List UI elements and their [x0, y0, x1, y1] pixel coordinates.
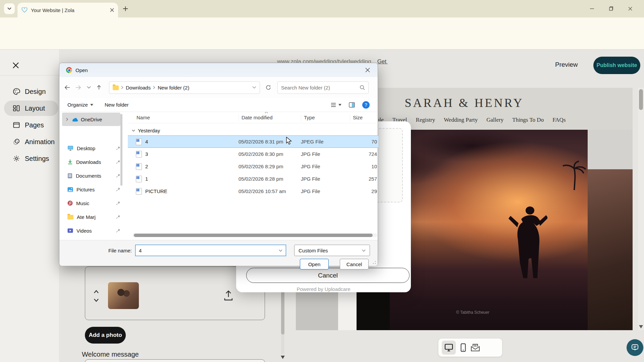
expand-chevron-icon[interactable]	[65, 118, 69, 121]
place-ate-marj[interactable]: Ate Marj	[67, 210, 120, 224]
place-desktop[interactable]: Desktop	[67, 141, 120, 155]
file-row[interactable]: 3 05/02/2026 8:30 pm JPG File 724	[128, 148, 378, 160]
dialog-navbar: Downloads New folder (2)	[59, 77, 378, 98]
chevron-down-icon	[362, 249, 366, 252]
dialog-titlebar[interactable]: Open	[59, 63, 378, 77]
file-row[interactable]: 2 05/02/2026 8:29 pm JPG File 10	[128, 160, 378, 173]
dialog-cancel-button[interactable]: Cancel	[340, 259, 369, 269]
device-desktop-button[interactable]	[442, 341, 456, 355]
image-file-icon	[136, 151, 142, 158]
photo-thumbnail[interactable]	[108, 282, 139, 309]
sidebar-item-design[interactable]: Design	[4, 84, 58, 99]
recent-locations-icon[interactable]	[87, 86, 91, 89]
sidebar-item-layout[interactable]: Layout	[4, 101, 58, 116]
search-input[interactable]	[281, 85, 360, 90]
preview-scrollbar[interactable]	[638, 88, 644, 330]
nav-forward-icon[interactable]	[75, 85, 82, 90]
place-onedrive[interactable]: OneDrive	[62, 113, 120, 126]
refresh-icon[interactable]	[265, 84, 271, 90]
chevron-down-icon	[7, 7, 11, 10]
file-row[interactable]: 1 05/02/2026 8:28 pm JPG File 257	[128, 173, 378, 185]
publish-website-button[interactable]: Publish website	[593, 57, 640, 74]
chat-bubble-button[interactable]	[627, 339, 643, 356]
breadcrumb-downloads[interactable]: Downloads	[126, 85, 151, 90]
pin-icon	[116, 228, 120, 233]
uploader-cancel-button[interactable]: Cancel	[246, 268, 410, 283]
dialog-close-button[interactable]	[360, 64, 375, 76]
onedrive-icon	[71, 117, 78, 122]
second-photo-strip	[588, 130, 633, 330]
sidebar-item-settings[interactable]: Settings	[4, 151, 58, 166]
organize-menu[interactable]: Organize	[67, 102, 93, 108]
zola-sidebar: Design Layout Pages Animation Settings	[0, 50, 59, 362]
search-box[interactable]	[277, 81, 369, 94]
file-row[interactable]: PICTURE 05/02/2026 10:57 am JPG File 29	[128, 185, 378, 197]
email-preview-icon[interactable]	[471, 343, 480, 352]
dialog-title: Open	[75, 67, 88, 73]
help-button[interactable]: ?	[362, 101, 370, 109]
image-file-icon	[136, 176, 142, 182]
welcome-message-box[interactable]	[85, 359, 265, 362]
place-downloads[interactable]: Downloads	[67, 155, 120, 169]
chevron-down-icon[interactable]	[279, 249, 282, 252]
upload-icon[interactable]	[223, 290, 233, 301]
wedding-nav-things-to-do[interactable]: Things To Do	[512, 117, 544, 123]
file-list-area: Name Date modified Type Size Yesterday 4…	[128, 112, 378, 232]
nav-up-icon[interactable]	[96, 85, 102, 90]
tab-search-button[interactable]	[4, 3, 15, 14]
preview-pane-icon[interactable]	[349, 102, 355, 108]
new-tab-button[interactable]	[123, 6, 128, 11]
preview-scrollbar-thumb[interactable]	[639, 89, 643, 110]
places-scrollbar-thumb[interactable]	[120, 114, 122, 186]
scroll-down-arrow-icon[interactable]	[280, 355, 285, 359]
place-documents[interactable]: Documents	[67, 169, 120, 182]
column-header-date-modified[interactable]: Date modified	[238, 114, 301, 121]
welcome-message-label: Welcome message	[82, 351, 139, 358]
preview-button[interactable]: Preview	[555, 61, 578, 68]
wedding-nav-wedding-party[interactable]: Wedding Party	[444, 117, 478, 123]
pin-icon	[116, 173, 120, 178]
add-photo-button[interactable]: Add a photo	[85, 327, 126, 344]
file-name-input[interactable]	[136, 248, 279, 253]
group-header-yesterday[interactable]: Yesterday	[128, 125, 378, 135]
mobile-preview-icon[interactable]	[461, 343, 466, 352]
new-folder-button[interactable]: New folder	[105, 102, 129, 108]
nav-back-icon[interactable]	[64, 85, 70, 90]
horizontal-scrollbar-thumb[interactable]	[134, 234, 373, 237]
browser-tab[interactable]: Your Website | Zola	[17, 3, 118, 17]
column-header-type[interactable]: Type	[301, 114, 350, 121]
wedding-nav-registry[interactable]: Registry	[416, 117, 435, 123]
close-editor-icon[interactable]	[12, 62, 19, 69]
wedding-nav-gallery[interactable]: Gallery	[486, 117, 503, 123]
places-sidebar: OneDrive Desktop Downloads Documents Pic…	[59, 112, 123, 232]
column-header-size[interactable]: Size	[350, 114, 378, 121]
wedding-nav-faqs[interactable]: FAQs	[552, 117, 566, 123]
sidebar-item-pages[interactable]: Pages	[4, 117, 58, 133]
custom-url-link[interactable]: Get a custom URL!	[377, 58, 388, 65]
resize-grip[interactable]	[373, 261, 376, 264]
window-maximize-button[interactable]	[608, 6, 613, 11]
breadcrumb[interactable]: Downloads New folder (2)	[109, 81, 260, 94]
place-videos[interactable]: Videos	[67, 224, 120, 237]
sidebar-item-animation[interactable]: Animation	[4, 134, 58, 149]
view-mode-button[interactable]	[331, 103, 341, 107]
music-icon	[67, 200, 73, 206]
preview-scroll-down-icon[interactable]	[639, 325, 643, 328]
place-pictures[interactable]: Pictures	[67, 183, 120, 196]
file-name-combo[interactable]	[135, 245, 286, 256]
tab-close-icon[interactable]	[110, 8, 114, 12]
zola-heart-icon	[21, 7, 28, 13]
collapse-chevron-icon[interactable]	[132, 129, 135, 132]
open-button[interactable]: Open	[300, 259, 329, 269]
place-music[interactable]: Music	[67, 196, 120, 210]
address-dropdown-icon[interactable]	[252, 86, 256, 89]
file-type-select[interactable]: Custom Files	[294, 245, 370, 256]
palette-icon	[13, 88, 20, 95]
column-header-name[interactable]: Name	[128, 114, 238, 121]
window-minimize-button[interactable]	[589, 6, 595, 11]
breadcrumb-current-folder[interactable]: New folder (2)	[158, 85, 189, 90]
file-row[interactable]: 4 05/02/2026 8:31 pm JPEG File 70	[128, 135, 378, 148]
window-close-button[interactable]	[628, 6, 633, 11]
reorder-handle-icon[interactable]	[93, 289, 99, 303]
horizontal-scrollbar[interactable]	[132, 233, 377, 237]
